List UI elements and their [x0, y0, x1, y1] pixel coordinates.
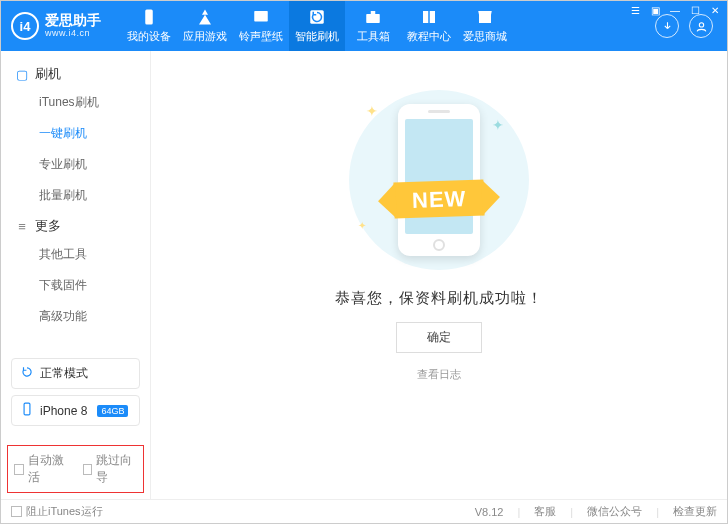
new-ribbon: NEW	[393, 179, 485, 218]
wechat-link[interactable]: 微信公众号	[587, 504, 642, 519]
nav-tutorial[interactable]: 教程中心	[401, 1, 457, 51]
mode-label: 正常模式	[40, 365, 88, 382]
skip-guide-checkbox[interactable]: 跳过向导	[83, 452, 138, 486]
check-update-link[interactable]: 检查更新	[673, 504, 717, 519]
book-icon	[420, 8, 438, 26]
top-nav: 我的设备 应用游戏 铃声壁纸 智能刷机 工具箱 教程中心	[121, 1, 513, 51]
cart-icon[interactable]: ☰	[629, 4, 641, 16]
svg-rect-6	[24, 403, 30, 415]
success-illustration: ✦ ✦ ✦ NEW	[344, 85, 534, 275]
footer: 阻止iTunes运行 V8.12 | 客服 | 微信公众号 | 检查更新	[1, 499, 727, 523]
nav-label: 铃声壁纸	[239, 29, 283, 44]
download-button[interactable]	[655, 14, 679, 38]
flash-options: 自动激活 跳过向导	[7, 445, 144, 493]
svg-rect-1	[254, 11, 268, 22]
checkbox-label: 阻止iTunes运行	[26, 504, 103, 519]
app-title: 爱思助手	[45, 13, 101, 28]
svg-point-5	[699, 22, 703, 26]
device-info[interactable]: iPhone 8 64GB	[11, 395, 140, 426]
view-log-link[interactable]: 查看日志	[417, 367, 461, 382]
checkbox-label: 跳过向导	[96, 452, 137, 486]
phone-icon	[140, 8, 158, 26]
logo-badge: i4	[11, 12, 39, 40]
sidebar-item-oneclick[interactable]: 一键刷机	[1, 118, 150, 149]
auto-activate-checkbox[interactable]: 自动激活	[14, 452, 69, 486]
window-controls: ☰ ▣ — ☐ ✕	[629, 4, 721, 16]
refresh-icon	[20, 365, 34, 382]
nav-tools[interactable]: 工具箱	[345, 1, 401, 51]
nav-apps[interactable]: 应用游戏	[177, 1, 233, 51]
main-content: ✦ ✦ ✦ NEW 恭喜您，保资料刷机成功啦！ 确定 查看日志	[151, 51, 727, 499]
close-icon[interactable]: ✕	[709, 4, 721, 16]
sparkle-icon: ✦	[492, 117, 504, 133]
nav-device[interactable]: 我的设备	[121, 1, 177, 51]
header-icons	[655, 14, 719, 38]
sidebar-item-itunes[interactable]: iTunes刷机	[1, 87, 150, 118]
svg-rect-0	[145, 10, 153, 25]
svg-rect-3	[366, 14, 380, 23]
user-button[interactable]	[689, 14, 713, 38]
sidebar-item-pro[interactable]: 专业刷机	[1, 149, 150, 180]
ok-button[interactable]: 确定	[396, 322, 482, 353]
checkbox-label: 自动激活	[28, 452, 69, 486]
sidebar: ▢ 刷机 iTunes刷机 一键刷机 专业刷机 批量刷机 ≡ 更多 其他工具 下…	[1, 51, 151, 499]
app-url: www.i4.cn	[45, 29, 101, 39]
phone-icon	[20, 402, 34, 419]
sidebar-item-othertools[interactable]: 其他工具	[1, 239, 150, 270]
nav-label: 智能刷机	[295, 29, 339, 44]
minimize-icon[interactable]: —	[669, 4, 681, 16]
sparkle-icon: ✦	[366, 103, 378, 119]
nav-store[interactable]: 爱思商城	[457, 1, 513, 51]
support-link[interactable]: 客服	[534, 504, 556, 519]
block-itunes-checkbox[interactable]: 阻止iTunes运行	[11, 504, 103, 519]
refresh-icon	[308, 8, 326, 26]
nav-label: 爱思商城	[463, 29, 507, 44]
group-title-label: 更多	[35, 217, 61, 235]
store-icon	[476, 8, 494, 26]
sidebar-item-advanced[interactable]: 高级功能	[1, 301, 150, 332]
sidebar-item-batch[interactable]: 批量刷机	[1, 180, 150, 211]
maximize-icon[interactable]: ☐	[689, 4, 701, 16]
success-message: 恭喜您，保资料刷机成功啦！	[335, 289, 543, 308]
svg-rect-4	[371, 11, 376, 14]
menu-icon: ≡	[15, 219, 29, 234]
device-mode[interactable]: 正常模式	[11, 358, 140, 389]
nav-label: 应用游戏	[183, 29, 227, 44]
device-name: iPhone 8	[40, 404, 87, 418]
nav-ringtone[interactable]: 铃声壁纸	[233, 1, 289, 51]
sidebar-group-more: ≡ 更多	[1, 211, 150, 239]
logo: i4 爱思助手 www.i4.cn	[11, 12, 101, 40]
nav-label: 工具箱	[357, 29, 390, 44]
sparkle-icon: ✦	[358, 220, 366, 231]
toolbox-icon	[364, 8, 382, 26]
phone-outline-icon: ▢	[15, 67, 29, 82]
nav-label: 我的设备	[127, 29, 171, 44]
skin-icon[interactable]: ▣	[649, 4, 661, 16]
nav-label: 教程中心	[407, 29, 451, 44]
sidebar-item-download[interactable]: 下载固件	[1, 270, 150, 301]
image-icon	[252, 8, 270, 26]
storage-badge: 64GB	[97, 405, 128, 417]
sidebar-group-flash: ▢ 刷机	[1, 59, 150, 87]
nav-flash[interactable]: 智能刷机	[289, 1, 345, 51]
version-label: V8.12	[475, 506, 504, 518]
group-title-label: 刷机	[35, 65, 61, 83]
header: ☰ ▣ — ☐ ✕ i4 爱思助手 www.i4.cn 我的设备 应用游戏	[1, 1, 727, 51]
apps-icon	[196, 8, 214, 26]
